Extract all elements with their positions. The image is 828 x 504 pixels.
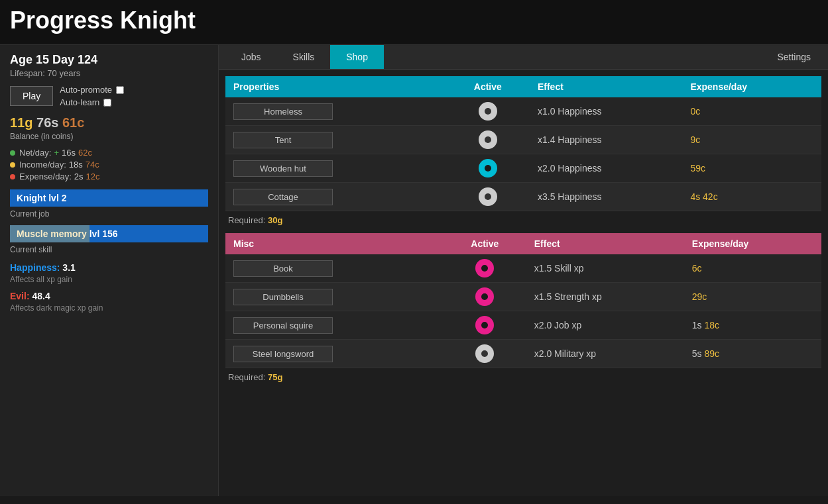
item-effect-cell: x3.5 Happiness	[530, 183, 682, 211]
lifespan: Lifespan: 70 years	[10, 68, 208, 78]
item-active-cell[interactable]	[446, 154, 530, 183]
item-name-cell: Dumbbells	[225, 283, 444, 311]
skill-bar: Muscle memory lvl 156	[10, 225, 208, 242]
auto-learn-label[interactable]: Auto-learn	[60, 97, 124, 107]
item-expense-cell: 0c	[682, 97, 821, 126]
item-button[interactable]: Tent	[233, 132, 333, 148]
right-panel: Jobs Skills Shop Settings Properties Act…	[219, 45, 828, 496]
balance-label: Balance (in coins)	[10, 132, 208, 141]
current-job-label: Current job	[10, 209, 208, 219]
settings-link[interactable]: Settings	[766, 45, 821, 69]
item-active-cell[interactable]	[444, 283, 526, 311]
radio-circle[interactable]	[475, 316, 494, 334]
skill-label: Muscle memory lvl 156	[17, 228, 118, 239]
item-effect-cell: x1.5 Skill xp	[526, 254, 684, 283]
silver-amount: 76s	[36, 115, 58, 130]
misc-required-label: Required:	[228, 372, 265, 382]
radio-circle[interactable]	[475, 259, 494, 277]
expense-copper: 12c	[86, 172, 100, 181]
item-effect-cell: x1.4 Happiness	[530, 126, 682, 154]
shop-content: Properties Active Effect Expense/day Hom…	[219, 70, 828, 496]
table-row: Cottagex3.5 Happiness4s 42c	[225, 183, 821, 211]
radio-circle[interactable]	[479, 130, 497, 149]
item-expense-cell: 9c	[682, 126, 821, 154]
item-effect-cell: x2.0 Military xp	[526, 340, 684, 368]
item-expense-cell: 1s 18c	[684, 311, 821, 340]
radio-circle[interactable]	[475, 344, 494, 363]
misc-col-effect: Effect	[526, 233, 684, 254]
properties-required-value: 30g	[268, 215, 282, 225]
income-dot	[10, 162, 15, 168]
item-button[interactable]: Book	[233, 260, 333, 277]
evil-value: 48.4	[32, 291, 50, 301]
radio-circle[interactable]	[479, 102, 497, 121]
current-skill-label: Current skill	[10, 245, 208, 254]
stats-list: Net/day: + 16s 62c Income/day: 18s 74c E…	[10, 148, 208, 181]
table-row: Wooden hutx2.0 Happiness59c	[225, 154, 821, 183]
main-layout: Age 15 Day 124 Lifespan: 70 years Play A…	[0, 45, 828, 496]
net-copper: 62c	[78, 148, 92, 158]
item-name-cell: Cottage	[225, 183, 446, 211]
net-day-row: Net/day: + 16s 62c	[10, 148, 208, 158]
radio-circle[interactable]	[475, 287, 494, 306]
item-name-cell: Steel longsword	[225, 340, 444, 368]
item-expense-cell: 4s 42c	[682, 183, 821, 211]
prop-col-name: Properties	[225, 76, 446, 97]
item-expense-cell: 59c	[682, 154, 821, 183]
auto-learn-checkbox[interactable]	[103, 99, 111, 107]
item-name-cell: Homeless	[225, 97, 446, 126]
auto-options: Auto-promote Auto-learn	[60, 85, 124, 107]
item-button[interactable]: Dumbbells	[233, 289, 333, 305]
item-effect-cell: x2.0 Happiness	[530, 154, 682, 183]
item-button[interactable]: Personal squire	[233, 317, 333, 334]
table-row: Tentx1.4 Happiness9c	[225, 126, 821, 154]
expense-dot	[10, 174, 15, 179]
copper-amount: 61c	[62, 115, 84, 130]
item-button[interactable]: Steel longsword	[233, 346, 333, 362]
happiness-row: Happiness: 3.1	[10, 262, 208, 273]
radio-circle[interactable]	[479, 159, 497, 177]
misc-col-expense: Expense/day	[684, 233, 821, 254]
expense-label: Expense/day:	[19, 172, 72, 181]
item-effect-cell: x1.0 Happiness	[530, 97, 682, 126]
tab-skills[interactable]: Skills	[277, 45, 331, 69]
properties-section: Properties Active Effect Expense/day Hom…	[225, 76, 821, 229]
item-active-cell[interactable]	[444, 311, 526, 340]
item-active-cell[interactable]	[444, 254, 526, 283]
item-active-cell[interactable]	[444, 340, 526, 368]
tabs-bar: Jobs Skills Shop Settings	[219, 45, 828, 70]
table-row: Homelessx1.0 Happiness0c	[225, 97, 821, 126]
radio-circle[interactable]	[479, 187, 497, 206]
tab-jobs[interactable]: Jobs	[225, 45, 277, 69]
left-panel: Age 15 Day 124 Lifespan: 70 years Play A…	[0, 45, 219, 496]
௼auto-promote-checkbox[interactable]	[116, 86, 124, 94]
evil-label: Evil:	[10, 291, 30, 301]
tab-shop[interactable]: Shop	[330, 45, 384, 69]
table-row: Bookx1.5 Skill xp6c	[225, 254, 821, 283]
item-effect-cell: x1.5 Strength xp	[526, 283, 684, 311]
item-active-cell[interactable]	[446, 97, 530, 126]
auto-promote-label[interactable]: Auto-promote	[60, 85, 124, 95]
item-button[interactable]: Wooden hut	[233, 160, 333, 177]
item-button[interactable]: Homeless	[233, 103, 333, 120]
misc-col-name: Misc	[225, 233, 444, 254]
table-row: Personal squirex2.0 Job xp1s 18c	[225, 311, 821, 340]
properties-required-label: Required:	[228, 215, 265, 225]
item-button[interactable]: Cottage	[233, 189, 333, 205]
item-name-cell: Tent	[225, 126, 446, 154]
affects-xp-label: Affects all xp gain	[10, 275, 208, 284]
item-active-cell[interactable]	[446, 183, 530, 211]
income-silver: 18s	[69, 160, 83, 170]
misc-section: Misc Active Effect Expense/day Bookx1.5 …	[225, 233, 821, 386]
item-name-cell: Book	[225, 254, 444, 283]
income-label: Income/day:	[19, 160, 66, 170]
item-active-cell[interactable]	[446, 126, 530, 154]
play-button[interactable]: Play	[10, 86, 53, 106]
play-row: Play Auto-promote Auto-learn	[10, 85, 208, 107]
properties-table: Properties Active Effect Expense/day Hom…	[225, 76, 821, 211]
app-title: Progress Knight	[10, 7, 818, 34]
header: Progress Knight	[0, 0, 828, 45]
item-expense-cell: 6c	[684, 254, 821, 283]
net-sign: +	[54, 148, 59, 158]
gold-amount: 11g	[10, 115, 32, 130]
